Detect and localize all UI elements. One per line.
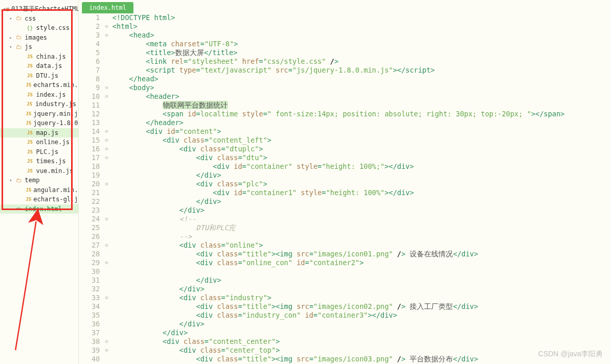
tree-file[interactable]: JSonline.js (0, 137, 78, 147)
css-file-icon: {} (26, 24, 34, 31)
chevron-down-icon: ▾ (9, 178, 14, 183)
js-file-icon: JS (26, 186, 31, 194)
tree-file[interactable]: JSvue.min.js (0, 166, 78, 176)
chevron-right-icon: ▸ (9, 35, 14, 40)
js-file-icon: JS (26, 81, 31, 89)
code-editor[interactable]: 1234567891011121314151617181920212223242… (79, 13, 610, 364)
tree-file[interactable]: JStimes.js (0, 157, 78, 166)
file-label: index.js (36, 91, 66, 98)
folder-icon: 🗀 (14, 43, 23, 50)
file-label: china.js (36, 53, 66, 60)
file-label: index.html (25, 205, 62, 213)
folder-label: js (25, 43, 32, 50)
js-file-icon: JS (26, 119, 31, 127)
file-label: jquery-1.8.0.min.js (33, 119, 78, 127)
file-tree-sidebar[interactable]: ▾ ▣ 013基于Echarts+HTML... ▾ 🗀 css {} styl… (0, 0, 79, 364)
file-label: style.css (36, 24, 70, 31)
editor-pane: index.html 12345678910111213141516171819… (79, 0, 610, 364)
code-area[interactable]: <!DOCTYPE html><html> <head> <meta chars… (110, 13, 610, 364)
folder-root-icon: ▣ (6, 5, 9, 12)
file-label: times.js (36, 158, 66, 165)
js-file-icon: JS (26, 100, 33, 108)
file-label: map.js (36, 129, 58, 136)
tree-file[interactable]: JSecharts-gl.js (0, 195, 78, 204)
js-file-icon: JS (26, 167, 34, 175)
file-label: online.js (36, 138, 70, 146)
watermark: CSDN @java李阳勇 (538, 350, 603, 359)
tree-folder-temp[interactable]: ▾ 🗀 temp (0, 176, 78, 185)
file-label: data.js (36, 62, 62, 70)
js-file-icon: JS (26, 148, 34, 155)
tree-file[interactable]: JSdata.js (0, 61, 78, 71)
js-file-icon: JS (26, 53, 34, 60)
tree-file[interactable]: JSangular.min.js (0, 185, 78, 195)
js-file-icon: JS (26, 110, 31, 117)
folder-label: css (25, 15, 36, 22)
tree-file-active[interactable]: <> index.html (0, 204, 78, 214)
file-label: echarts-gl.js (33, 196, 78, 203)
js-file-icon: JS (26, 138, 34, 146)
js-file-icon: JS (26, 62, 34, 70)
tree-file[interactable]: JSecharts.min.js (0, 80, 78, 90)
tree-folder-js[interactable]: ▾ 🗀 js (0, 42, 78, 52)
tree-file[interactable]: JSindustry.js (0, 99, 78, 109)
js-file-icon: JS (26, 158, 34, 165)
folder-icon: 🗀 (14, 177, 23, 184)
js-file-icon: JS (26, 91, 34, 98)
tab-bar: index.html (79, 0, 610, 13)
file-label: jquery.min.js (33, 110, 78, 117)
tree-file[interactable]: JSPLC.js (0, 147, 78, 157)
tree-root-label: 013基于Echarts+HTML... (11, 5, 78, 13)
chevron-down-icon: ▾ (9, 44, 14, 49)
tree-folder-css[interactable]: ▾ 🗀 css (0, 14, 78, 24)
tree-folder-images[interactable]: ▸ 🗀 images (0, 33, 78, 43)
folder-label: images (25, 34, 47, 41)
tree-file[interactable]: JSjquery-1.8.0.min.js (0, 118, 78, 128)
tree-file[interactable]: JSjquery.min.js (0, 109, 78, 119)
chevron-down-icon: ▾ (9, 16, 14, 21)
file-label: vue.min.js (36, 167, 73, 175)
line-number-gutter: 1234567891011121314151617181920212223242… (79, 13, 103, 364)
tree-file[interactable]: JSchina.js (0, 52, 78, 62)
js-file-icon: JS (26, 129, 34, 136)
file-label: angular.min.js (33, 186, 78, 194)
file-label: PLC.js (36, 148, 58, 155)
tree-root[interactable]: ▾ ▣ 013基于Echarts+HTML... (0, 4, 78, 14)
tree-file-selected[interactable]: JSmap.js (0, 128, 78, 138)
file-label: echarts.min.js (33, 81, 78, 89)
fold-gutter: ⊟⊟⊟⊟⊟⊟⊟⊟⊟⊟⊟⊟⊟⊟⊟ (103, 13, 110, 364)
js-file-icon: JS (26, 196, 31, 203)
tree-file[interactable]: JSindex.js (0, 90, 78, 100)
js-file-icon: JS (26, 72, 34, 79)
tree-file[interactable]: {} style.css (0, 23, 78, 33)
folder-label: temp (25, 177, 40, 184)
html-file-icon: <> (14, 205, 23, 213)
file-label: industry.js (36, 100, 76, 108)
file-label: DTU.js (36, 72, 58, 79)
folder-icon: 🗀 (14, 15, 23, 22)
editor-tab-active[interactable]: index.html (82, 2, 133, 13)
tree-file[interactable]: JSDTU.js (0, 71, 78, 81)
folder-icon: 🗀 (14, 34, 23, 41)
